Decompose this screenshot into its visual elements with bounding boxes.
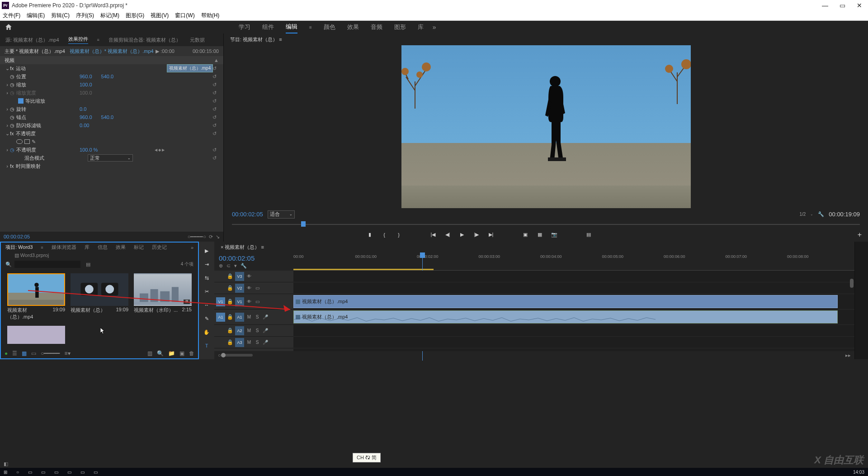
track-target[interactable]: V3 <box>235 272 244 281</box>
audio-clip[interactable]: 视频素材（总）.mp4 <box>293 310 838 324</box>
lane-v2[interactable] <box>293 282 854 294</box>
ripple-edit-tool[interactable]: ⇆ <box>202 273 211 282</box>
tab-project[interactable]: 项目: Word3 <box>5 244 33 251</box>
antiflicker-value[interactable]: 0.00 <box>80 123 89 128</box>
menu-view[interactable]: 视图(V) <box>151 12 169 19</box>
timeline-timecode[interactable]: 00:00:02:05 <box>219 254 289 262</box>
blank-thumbnail[interactable] <box>7 326 65 344</box>
menu-edit[interactable]: 编辑(E) <box>27 12 45 19</box>
taskbar-app[interactable]: ▭ <box>67 470 71 475</box>
linked-selection-icon[interactable]: ⊂ <box>226 263 231 269</box>
go-to-in-button[interactable]: |◀ <box>429 231 437 239</box>
track-head-a2[interactable]: 🔒A2MS🎤 <box>214 325 293 337</box>
button-editor-icon[interactable]: + <box>858 231 862 239</box>
track-target[interactable]: A1 <box>235 313 244 322</box>
add-marker-button[interactable]: ▮ <box>366 231 374 239</box>
chevron-down-icon[interactable]: ⌄ <box>5 131 10 137</box>
track-target[interactable]: V1 <box>235 297 244 306</box>
lift-button[interactable]: ▣ <box>521 231 529 239</box>
rotation-value[interactable]: 0.0 <box>80 106 86 112</box>
fx-pin-icon[interactable]: ↘ <box>216 234 220 240</box>
eye-icon[interactable]: 👁 <box>246 299 252 304</box>
reset-icon[interactable]: ↺ <box>212 114 219 120</box>
bin-thumbnail[interactable] <box>7 273 65 306</box>
bin-item[interactable]: 视频素材（总）19:09 <box>71 273 128 320</box>
reset-icon[interactable]: ↺ <box>212 131 219 137</box>
selection-tool[interactable]: ▶ <box>202 246 211 255</box>
workspace-learn[interactable]: 学习 <box>239 21 250 33</box>
new-bin-button[interactable]: 📁 <box>168 350 175 357</box>
workspace-graphics[interactable]: 图形 <box>394 21 406 33</box>
track-lanes[interactable]: 视频素材（总）.mp4 视频素材（总）.mp4 <box>293 271 854 351</box>
tab-libraries[interactable]: 库 <box>85 244 90 251</box>
ime-indicator[interactable]: CH 🗘 简 <box>353 453 381 462</box>
stopwatch-icon[interactable]: ◷ <box>10 106 16 112</box>
fx-mini-clip[interactable]: 视频素材（总）.mp4 <box>167 64 213 72</box>
reset-icon[interactable]: ↺ <box>212 155 219 161</box>
taskbar-app[interactable]: ▭ <box>28 470 32 475</box>
automate-icon[interactable]: ▥ <box>147 350 152 357</box>
taskbar-search-icon[interactable]: ○ <box>16 470 19 475</box>
tabs-overflow-icon[interactable]: » <box>191 245 193 250</box>
workspace-library[interactable]: 库 <box>418 21 424 33</box>
workspace-audio[interactable]: 音频 <box>371 21 382 33</box>
project-search-input[interactable] <box>14 261 80 268</box>
scale-value[interactable]: 100.0 <box>80 82 92 87</box>
type-tool[interactable]: T <box>202 341 211 350</box>
track-head-v3[interactable]: 🔒V3👁 <box>214 271 293 282</box>
taskbar-app[interactable]: ▭ <box>41 470 45 475</box>
lane-v3[interactable] <box>293 271 854 282</box>
reset-icon[interactable]: ↺ <box>212 74 219 80</box>
source-patch[interactable]: A1 <box>216 313 225 322</box>
vertical-scrollbar[interactable] <box>850 274 854 347</box>
export-frame-button[interactable]: 📷 <box>550 231 558 239</box>
lock-icon[interactable]: 🔒 <box>227 299 233 305</box>
mask-ellipse-icon[interactable] <box>16 139 23 144</box>
settings-icon[interactable]: 🔧 <box>818 211 824 217</box>
bin-thumbnail[interactable] <box>71 273 128 306</box>
mask-rect-icon[interactable] <box>24 139 30 144</box>
mute-button[interactable]: M <box>246 328 252 333</box>
bin-item[interactable]: ▤ 视频素材（水印）...2:15 <box>134 273 192 320</box>
menu-sequence[interactable]: 序列(S) <box>76 12 94 19</box>
list-view-icon[interactable]: ☰ <box>12 350 17 357</box>
mask-pen-icon[interactable]: ✎ <box>32 139 37 145</box>
taskbar-clock[interactable]: 14:03 <box>853 470 864 475</box>
taskbar-app[interactable]: ▭ <box>94 470 98 475</box>
fx-group-motion[interactable]: 运动 <box>16 65 79 72</box>
voice-icon[interactable]: 🎤 <box>262 314 269 319</box>
rw-toggle-icon[interactable]: ● <box>5 350 8 357</box>
new-bin-icon[interactable]: ▤ <box>86 262 90 267</box>
lock-icon[interactable]: 🔒 <box>227 328 233 333</box>
solo-button[interactable]: S <box>254 328 260 333</box>
tab-source[interactable]: 源: 视频素材（总）.mp4 <box>5 37 59 43</box>
hand-tool[interactable]: ✋ <box>202 328 211 337</box>
tab-metadata[interactable]: 元数据 <box>190 37 205 43</box>
freeform-view-icon[interactable]: ▭ <box>31 350 36 357</box>
fx-sequence-clip[interactable]: 视频素材（总）* 视频素材（总）.mp4 <box>70 48 154 55</box>
stopwatch-icon[interactable]: ◷ <box>10 123 16 129</box>
video-clip[interactable]: 视频素材（总）.mp4 <box>293 295 838 308</box>
menu-file[interactable]: 文件(F) <box>3 12 20 19</box>
timeline-nav-icon[interactable]: ▸▸ <box>845 352 851 358</box>
reset-icon[interactable]: ↺ <box>212 82 219 88</box>
step-forward-button[interactable]: |▶ <box>472 231 481 239</box>
fx-master-clip[interactable]: 主要 * 视频素材（总）.mp4 <box>5 48 65 55</box>
keyframe-nav[interactable]: ◀ ◆ ▶ <box>155 148 165 152</box>
opacity-value[interactable]: 100.0 % <box>80 147 98 152</box>
source-patch[interactable]: V1 <box>216 297 225 306</box>
lane-a3[interactable] <box>293 337 854 348</box>
mute-button[interactable]: M <box>246 340 252 345</box>
lane-a1[interactable]: 视频素材（总）.mp4 <box>293 309 854 325</box>
step-back-button[interactable]: ◀| <box>443 231 452 239</box>
windows-taskbar[interactable]: ⊞ ○ ▭ ▭ ▭ ▭ ▭ ▭ 14:03 <box>0 468 868 476</box>
fit-select[interactable]: 适合⌄ <box>268 210 295 219</box>
uniform-scale-checkbox[interactable] <box>18 98 24 104</box>
fx-zoom-slider[interactable]: ○━━━━○ <box>188 234 206 240</box>
add-marker-icon[interactable]: ▾ <box>234 263 237 269</box>
go-to-out-button[interactable]: ▶| <box>487 231 495 239</box>
fx-timecode[interactable]: 00:00:02:05 <box>4 234 30 239</box>
eye-icon[interactable]: 👁 <box>246 274 252 279</box>
tab-effects[interactable]: 效果 <box>116 244 126 251</box>
position-x[interactable]: 960.0 <box>80 74 92 79</box>
